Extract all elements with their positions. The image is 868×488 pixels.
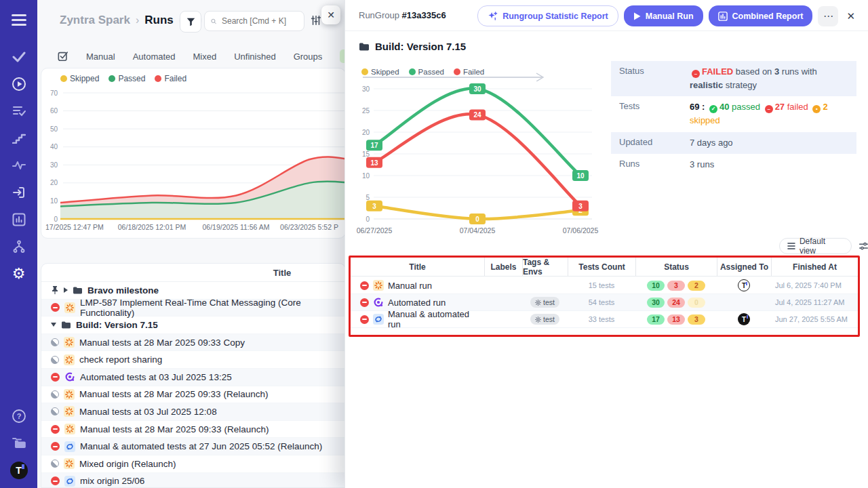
user-avatar[interactable]: T <box>0 457 37 484</box>
assigned-cell: T <box>717 313 771 325</box>
list-item[interactable]: Mixed origin (Relaunch) <box>41 455 345 473</box>
info-row-tests: Tests69 : ✓40 passed –27 failed •2 skipp… <box>611 96 856 131</box>
tag-pill[interactable]: test <box>530 314 559 325</box>
column-header-finished-at[interactable]: Finished At <box>771 258 858 276</box>
help-icon[interactable]: ? <box>0 403 37 430</box>
mixed-run-type-icon <box>64 441 75 452</box>
failed-status-icon <box>51 303 60 312</box>
tab-manual[interactable]: Manual <box>86 52 115 62</box>
list-item[interactable]: Build: Version 7.15 <box>41 317 345 334</box>
svg-text:10: 10 <box>362 172 370 180</box>
columns-settings-icon[interactable] <box>311 15 321 26</box>
assignee-avatar[interactable]: T <box>738 313 750 325</box>
chevron-right-icon[interactable] <box>64 287 68 293</box>
plans-list-check-icon[interactable] <box>0 98 37 125</box>
skipped-badge: 2 <box>688 281 705 291</box>
column-header-tags-envs[interactable]: Tags & Envs <box>522 258 568 276</box>
failed-status-icon <box>51 442 60 451</box>
run-title: Manual tests at 28 Mar 2025 09:33 (Relau… <box>80 424 269 434</box>
analytics-pulse-icon[interactable] <box>0 152 37 179</box>
list-item[interactable]: LMP-587 Implement Real-Time Chat Messagi… <box>41 300 345 317</box>
info-value: –FAILED based on 3 runs with realistic s… <box>690 65 848 92</box>
tab-groups[interactable]: Groups <box>294 52 323 62</box>
default-view-button[interactable]: Default view <box>779 238 852 254</box>
milestones-stairs-icon[interactable] <box>0 125 37 152</box>
list-item[interactable]: check report sharing <box>41 351 345 369</box>
info-text: failed <box>785 102 810 112</box>
automated-run-type-icon <box>373 297 384 308</box>
tag-pill[interactable]: test <box>530 297 559 308</box>
mixed-run-type-icon <box>373 314 384 325</box>
failed-status-icon <box>51 425 60 434</box>
reports-bar-chart-icon[interactable] <box>0 206 37 233</box>
search-input[interactable] <box>220 16 298 26</box>
breadcrumb-project[interactable]: Zyntra Spark <box>60 14 130 27</box>
breadcrumb-separator: › <box>136 14 139 26</box>
info-text: skipped <box>690 115 720 125</box>
more-actions-button[interactable]: ⋯ <box>818 6 838 26</box>
combined-report-button[interactable]: Combined Report <box>709 5 813 26</box>
panel-actions: Rungroup Statistic Report Manual Run Com… <box>477 5 858 26</box>
chevron-down-icon[interactable] <box>51 323 56 327</box>
panel-close-button[interactable]: ✕ <box>844 7 858 25</box>
tests-check-icon[interactable] <box>0 43 37 70</box>
rungroup-line-chart: 0510152025303021730101324306/27/202507/0… <box>353 80 599 237</box>
column-header-title[interactable]: Title <box>351 258 484 276</box>
list-item[interactable]: Manual tests at 28 Mar 2025 09:33 (Relau… <box>41 386 345 404</box>
tab-mixed[interactable]: Mixed <box>193 52 217 62</box>
chart-legend: SkippedPassedFailed <box>60 74 186 83</box>
legend-item-failed: Failed <box>155 74 186 83</box>
run-title-cell: Manual & automated run <box>351 309 484 329</box>
settings-gear-icon[interactable]: ⚙ <box>0 260 37 287</box>
failed-badge: 13 <box>667 314 685 325</box>
column-header-status[interactable]: Status <box>635 258 717 276</box>
tab-automated[interactable]: Automated <box>133 52 176 62</box>
svg-text:0: 0 <box>54 216 58 223</box>
legend-item-skipped: Skipped <box>60 74 99 83</box>
hamburger-menu-icon[interactable] <box>0 7 37 34</box>
runs-overview-chart-card: SkippedPassedFailed 01020304050607017/20… <box>41 68 346 239</box>
list-item[interactable]: Manual & automated tests at 27 Jun 2025 … <box>41 438 345 455</box>
table-settings-icon[interactable] <box>859 241 868 251</box>
skipped-dot-icon <box>60 75 67 82</box>
in-progress-status-icon <box>51 460 59 468</box>
select-runs-icon[interactable] <box>58 51 68 62</box>
status-badges-cell: 17133 <box>635 314 717 325</box>
svg-text:10: 10 <box>576 172 585 180</box>
column-header-assigned-to[interactable]: Assigned To <box>717 258 771 276</box>
projects-folders-icon[interactable] <box>0 430 37 457</box>
svg-text:10: 10 <box>50 197 58 205</box>
list-item[interactable]: mix origin 25/06 <box>41 473 345 488</box>
info-text: 27 <box>775 102 785 112</box>
list-item[interactable]: Manual tests at 28 Mar 2025 09:33 (Relau… <box>41 421 345 439</box>
assignee-avatar[interactable]: T <box>738 279 750 291</box>
runs-play-circle-icon[interactable] <box>0 70 37 98</box>
manual-run-type-icon <box>64 354 75 365</box>
run-table-row[interactable]: Manual & automated runtest33 tests17133T… <box>351 311 858 328</box>
close-overlay-button[interactable]: ✕ <box>321 5 340 24</box>
filter-button[interactable] <box>180 11 201 33</box>
svg-text:15: 15 <box>362 150 370 158</box>
run-table-row[interactable]: Manual run15 tests1032TJul 6, 2025 7:40 … <box>351 277 858 294</box>
column-header-labels[interactable]: Labels <box>484 258 522 276</box>
failed-status-icon <box>51 476 60 485</box>
info-row-updated: Updated7 days ago <box>611 132 856 154</box>
fail-status-icon: – <box>692 70 700 78</box>
list-item[interactable]: Manual tests at 03 Jul 2025 12:08 <box>41 403 345 421</box>
run-title: Manual tests at 03 Jul 2025 12:08 <box>79 407 217 417</box>
tag-label: test <box>543 298 555 306</box>
rungroup-statistic-report-button[interactable]: Rungroup Statistic Report <box>477 5 618 26</box>
list-item[interactable]: Bravo milestone <box>41 282 345 300</box>
manual-run-button[interactable]: Manual Run <box>624 5 703 26</box>
pipelines-branch-icon[interactable] <box>0 233 37 260</box>
tab-unfinished[interactable]: Unfinished <box>234 52 275 62</box>
legend-item-passed: Passed <box>108 74 145 83</box>
svg-text:13: 13 <box>370 159 378 167</box>
tags-cell: test <box>522 314 568 325</box>
search-box[interactable] <box>204 11 304 31</box>
import-icon[interactable] <box>0 179 37 206</box>
info-value: 3 runs <box>690 158 714 171</box>
column-header-tests-count[interactable]: Tests Count <box>568 258 635 276</box>
list-item[interactable]: Automated tests at 03 Jul 2025 13:25 <box>41 369 345 386</box>
list-item[interactable]: Manual tests at 28 Mar 2025 09:33 Copy <box>41 334 345 352</box>
